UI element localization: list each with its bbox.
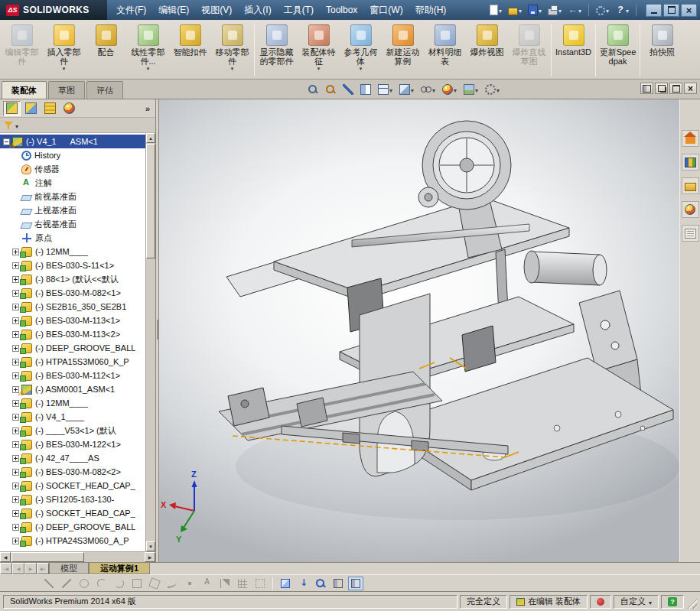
menu-file[interactable]: 文件(F) (110, 0, 152, 21)
tree-item-annotations[interactable]: 注解 (0, 176, 145, 190)
expand-icon[interactable] (12, 372, 19, 379)
zoom-to-fit-button[interactable] (304, 82, 321, 97)
displaymanager-tab[interactable] (60, 101, 78, 116)
expand-icon[interactable] (12, 455, 19, 462)
pane-right-button[interactable] (348, 577, 363, 590)
tree-item-component[interactable]: (-) BES-030-M-082<1> (0, 286, 145, 300)
menu-toolbox[interactable]: Toolbox (320, 1, 363, 19)
update-speedpak-button[interactable]: 更新Speedpak (597, 21, 639, 79)
tree-item-component[interactable]: (-) V4_1____ (0, 410, 145, 424)
minimize-button[interactable] (646, 4, 662, 17)
menu-help[interactable]: 帮助(H) (409, 0, 453, 21)
spline-tool-button[interactable] (164, 577, 180, 590)
tree-item-right-plane[interactable]: 右视基准面 (0, 217, 145, 231)
tree-vertical-scrollbar[interactable] (145, 133, 155, 551)
tree-item-component[interactable]: (-) 12MM____ (0, 396, 145, 410)
scrollbar-thumb[interactable] (11, 552, 84, 562)
tree-item-component[interactable]: (-) BES-030-M-122<1> (0, 437, 145, 451)
tree-item-component[interactable]: (-) 12MM____ (0, 245, 145, 258)
menu-edit[interactable]: 编辑(E) (152, 0, 195, 21)
last-tab-button[interactable] (37, 563, 49, 574)
undo-button[interactable] (565, 2, 584, 18)
take-snapshot-button[interactable]: 拍快照 (641, 21, 683, 79)
solidworks-resources-button[interactable] (682, 130, 699, 147)
tree-item-component[interactable]: (-) ____V53<1> (默认 (0, 424, 145, 437)
expand-icon[interactable] (12, 414, 19, 421)
tile-window-button[interactable] (640, 83, 653, 94)
expand-icon[interactable] (12, 427, 19, 434)
expand-icon[interactable] (12, 290, 19, 297)
tree-item-component[interactable]: (-) HTPA24S3M060_A_P (0, 534, 145, 548)
configurationmanager-tab[interactable] (41, 101, 59, 116)
tree-item-component[interactable]: (-) DEEP_GROOVE_BALL (0, 520, 145, 534)
expand-icon[interactable] (12, 469, 19, 476)
centerpoint-arc-button[interactable] (94, 577, 109, 590)
hide-show-items-button[interactable] (418, 82, 438, 97)
scroll-down-button[interactable] (146, 541, 155, 551)
expand-icon[interactable] (12, 441, 19, 448)
restore-button[interactable] (663, 4, 679, 17)
propertymanager-tab[interactable] (22, 101, 40, 116)
assembly-features-button[interactable]: 装配体特征 (298, 21, 340, 79)
tree-item-sensors[interactable]: 传感器 (0, 162, 145, 176)
edit-component-button[interactable]: 编辑零部件 (1, 21, 43, 79)
tree-item-component[interactable]: (-) DEEP_GROOVE_BALL (0, 341, 145, 355)
point-tool-button[interactable] (182, 577, 197, 590)
tree-item-origin[interactable]: 原点 (0, 231, 145, 245)
save-button[interactable] (526, 2, 544, 18)
tree-item-component[interactable]: (-) SFI1205-163-130- (0, 492, 145, 506)
expand-icon[interactable] (12, 400, 19, 407)
tree-item-component[interactable]: (-) BES-030-M-113<2> (0, 327, 145, 341)
tangent-arc-button[interactable] (112, 577, 127, 590)
cascade-window-button[interactable] (655, 83, 668, 94)
menu-view[interactable]: 视图(V) (195, 0, 238, 21)
expand-icon[interactable] (12, 249, 19, 255)
menu-tools[interactable]: 工具(T) (278, 0, 320, 21)
scrollbar-track[interactable] (146, 259, 155, 541)
expand-icon[interactable] (12, 510, 19, 517)
scroll-left-button[interactable] (0, 552, 11, 562)
tree-item-subassembly[interactable]: (-) ASM0001_ASM<1 (0, 382, 145, 396)
tree-item-component[interactable]: (-) BES-030-M-113<1> (0, 314, 145, 327)
reference-geometry-button[interactable]: 参考几何体 (340, 21, 382, 79)
polygon-tool-button[interactable] (147, 577, 162, 590)
smart-fasteners-button[interactable]: 智能扣件 (169, 21, 211, 79)
bill-of-materials-button[interactable]: 材料明细表 (424, 21, 466, 79)
tree-item-root[interactable]: (-) V4_1 ASM<1 (0, 135, 145, 148)
instant3d-button[interactable]: Instant3D (552, 21, 594, 79)
scroll-up-button[interactable] (146, 133, 155, 143)
appearances-scenes-button[interactable] (682, 201, 699, 218)
restore-document-button[interactable] (669, 83, 682, 94)
circle-tool-button[interactable] (77, 577, 92, 590)
next-tab-button[interactable] (24, 563, 37, 574)
print-button[interactable] (545, 3, 564, 18)
apply-scene-button[interactable] (461, 82, 481, 97)
expand-icon[interactable] (12, 496, 19, 503)
linear-component-pattern-button[interactable]: 线性零部件... (127, 21, 169, 79)
dropdown-arrow-icon[interactable] (15, 121, 18, 130)
expand-icon[interactable] (12, 304, 19, 310)
expand-icon[interactable] (12, 317, 19, 324)
explode-line-sketch-button[interactable]: 爆炸直线草图 (508, 21, 550, 79)
scrollbar-track[interactable] (85, 552, 145, 562)
tree-horizontal-scrollbar[interactable] (0, 551, 155, 562)
tree-item-component[interactable]: (-) 42_47____AS (0, 451, 145, 465)
tree-item-component[interactable]: (-) HTPA15S3M060_K_P (0, 355, 145, 369)
tree-item-component[interactable]: (-) SOCKET_HEAD_CAP_ (0, 479, 145, 492)
design-library-button[interactable] (682, 154, 699, 171)
status-help-cell[interactable] (661, 595, 684, 609)
menu-window[interactable]: 窗口(W) (363, 0, 409, 21)
mirror-entities-button[interactable] (217, 577, 233, 590)
tree-item-front-plane[interactable]: 前视基准面 (0, 190, 145, 203)
custom-properties-button[interactable] (682, 225, 699, 242)
grid-button[interactable] (235, 577, 250, 590)
close-button[interactable] (681, 4, 697, 17)
insert-component-button[interactable]: 插入零部件 (43, 21, 85, 79)
featuremanager-tree-tab[interactable] (3, 101, 21, 116)
flyout-chevron-icon[interactable] (143, 104, 152, 113)
help-button[interactable] (613, 2, 631, 18)
tree-item-top-plane[interactable]: 上视基准面 (0, 203, 145, 217)
tree-item-component[interactable]: (-) BES-030-S-11<1> (0, 258, 145, 272)
new-motion-study-button[interactable]: 新建运动算例 (382, 21, 424, 79)
exploded-view-button[interactable]: 爆炸视图 (466, 21, 508, 79)
